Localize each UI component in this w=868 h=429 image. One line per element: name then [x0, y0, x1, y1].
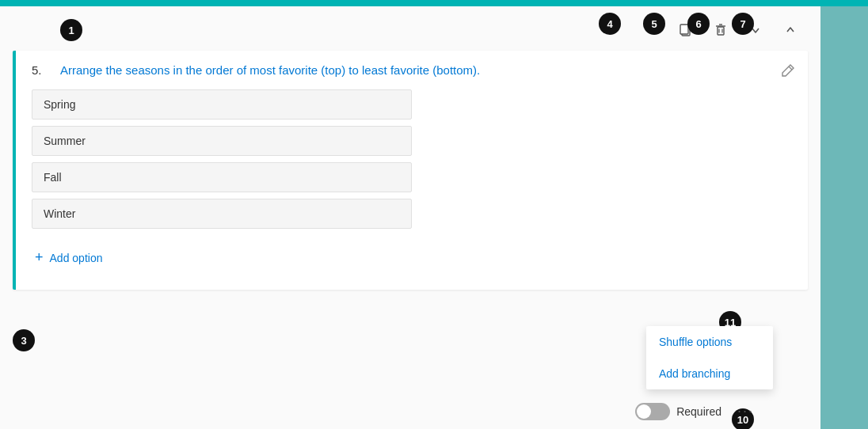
badge-5: 5	[643, 13, 665, 35]
options-list: SpringSummerFallWinter	[32, 89, 792, 229]
badge-3: 3	[13, 329, 35, 351]
content-area: 1 2 3 4 5 6 7 8 9 10 11 12	[0, 6, 820, 429]
question-number-row: 5. Arrange the seasons in the order of m…	[32, 63, 792, 77]
badge-1: 1	[60, 19, 82, 41]
question-number: 5.	[32, 63, 51, 77]
question-card: 5. Arrange the seasons in the order of m…	[13, 51, 808, 290]
option-item[interactable]: Summer	[32, 126, 412, 156]
badge-7: 7	[732, 13, 754, 35]
svg-rect-2	[718, 27, 724, 35]
dropdown-menu: Shuffle options Add branching	[646, 326, 773, 389]
edit-icon[interactable]	[776, 60, 798, 82]
required-label: Required	[676, 405, 721, 418]
question-text: Arrange the seasons in the order of most…	[60, 63, 792, 77]
option-item[interactable]: Fall	[32, 162, 412, 192]
shuffle-options-item[interactable]: Shuffle options	[646, 326, 773, 358]
sidebar-right	[820, 6, 868, 429]
option-item[interactable]: Winter	[32, 199, 412, 229]
top-bar	[0, 0, 868, 6]
add-branching-item[interactable]: Add branching	[646, 358, 773, 389]
add-option-plus-icon: +	[35, 249, 44, 266]
badge-4: 4	[599, 13, 621, 35]
more-button[interactable]: ···	[731, 400, 760, 423]
delete-button[interactable]	[706, 16, 735, 44]
required-toggle[interactable]	[635, 403, 670, 420]
option-item[interactable]: Spring	[32, 89, 412, 120]
move-up-button[interactable]	[776, 16, 805, 44]
toggle-thumb	[637, 404, 651, 419]
add-option-label: Add option	[50, 252, 103, 264]
badge-6: 6	[687, 13, 710, 35]
toggle-container: Required	[635, 403, 721, 420]
main-container: 1 2 3 4 5 6 7 8 9 10 11 12	[0, 6, 868, 429]
shuffle-options-label: Shuffle options	[659, 336, 732, 348]
add-branching-label: Add branching	[659, 367, 730, 380]
footer-bar: Required ···	[0, 393, 773, 429]
add-option-row[interactable]: + Add option	[32, 241, 792, 274]
svg-line-7	[789, 66, 792, 70]
